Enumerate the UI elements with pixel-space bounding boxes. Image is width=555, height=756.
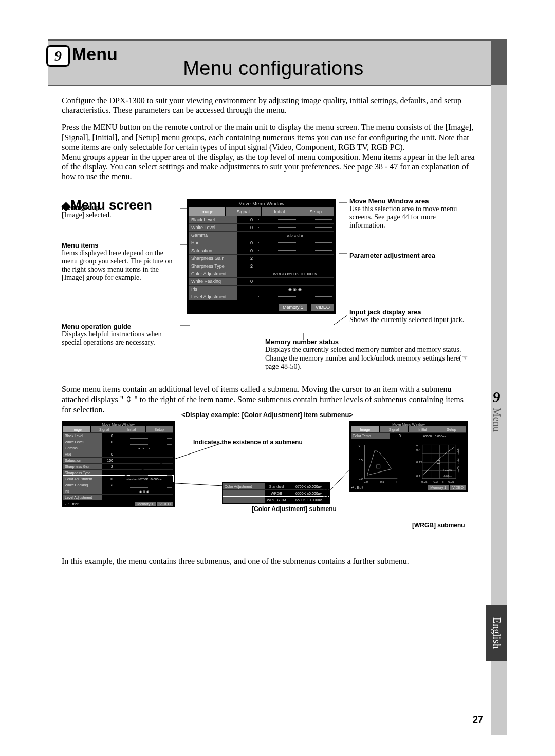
osd-row-value: 0 — [237, 279, 256, 284]
mini-left-row[interactable]: White Level0 — [63, 439, 173, 445]
mini-right-tab-signal[interactable]: Signal — [380, 426, 409, 432]
mini-left-row-value: 0 — [102, 452, 115, 456]
mini-left-row-label: White Level — [63, 439, 102, 445]
mini-left-row-label: Sharpness Gain — [63, 464, 102, 469]
osd-row-color-adjustment[interactable]: Color AdjustmentWRGB 6500K ±0.000uv — [189, 270, 334, 277]
mini-left-row[interactable]: Black Level0 — [63, 432, 173, 439]
osd-row-black-level[interactable]: Black Level0 — [189, 216, 334, 223]
osd-row-iris[interactable]: Iris◉ ◉ ◉ — [189, 285, 334, 293]
osd-row-hue[interactable]: Hue0 — [189, 239, 334, 247]
mini-left-row-value: 2 — [102, 465, 115, 468]
side-chapter-tab: 9 Menu — [486, 386, 507, 438]
mini-left-input-chip[interactable]: VIDEO — [157, 502, 173, 506]
mini-right-header-label: Color Temp. — [351, 433, 390, 439]
osd-row-slider[interactable] — [256, 218, 334, 222]
annot-param-area: Parameter adjustment area — [349, 252, 468, 259]
mini-left-tab-initial[interactable]: Initial — [118, 426, 146, 432]
osd-row-sharpness-type[interactable]: Sharpness Type2 — [189, 262, 334, 270]
annot-op-guide: Menu operation guide Displays helpful in… — [62, 323, 180, 347]
osd-row-value: 0 — [237, 217, 256, 222]
mini-right-memory-chip[interactable]: Memory 1 — [428, 485, 449, 490]
osd-memory-chip[interactable]: Memory 1 — [279, 304, 307, 311]
osd-tab-signal[interactable]: Signal — [226, 207, 262, 216]
sub-osd-row[interactable]: WRGBYCM6500K ±0.000uv — [223, 496, 329, 503]
sub-osd-row-label — [223, 490, 265, 496]
osd-row-sharpness-gain[interactable]: Sharpness Gain2 — [189, 254, 334, 262]
mini-left-row[interactable]: Hue0 — [63, 451, 173, 457]
osd-tab-image[interactable]: Image — [189, 207, 226, 216]
mini-left-row[interactable]: Level Adjustment — [63, 494, 173, 500]
mini-right-header-extra: 6500K ±0.005uv — [403, 434, 466, 438]
mini-left-row[interactable]: White Peaking0 — [63, 482, 173, 488]
osd-row-slider[interactable] — [256, 241, 334, 245]
mini-left-row-label: Saturation — [63, 458, 102, 463]
page-number: 27 — [473, 714, 483, 725]
osd-tab-setup[interactable]: Setup — [298, 207, 335, 216]
mini-right-tab-initial[interactable]: Initial — [409, 426, 437, 432]
svg-line-39 — [328, 468, 350, 493]
svg-text:0.0: 0.0 — [359, 477, 363, 480]
osd-row-slider[interactable] — [256, 225, 334, 230]
osd-row-slider[interactable] — [256, 295, 334, 299]
mini-right-input-chip[interactable]: VIDEO — [450, 485, 466, 490]
osd-row-label: Saturation — [189, 247, 237, 254]
osd-row-white-peaking[interactable]: White Peaking0 — [189, 277, 334, 285]
sub-osd-row-v2: 6500K ±0.000uv — [288, 498, 329, 502]
mini-left-mmw: Move Menu Window — [63, 423, 173, 426]
osd-row-label: Gamma — [189, 232, 237, 239]
svg-text:0.0: 0.0 — [364, 480, 368, 483]
mini-left-row[interactable]: Sharpness Type — [63, 469, 173, 476]
mini-right-header-row[interactable]: Color Temp. 0 6500K ±0.005uv — [351, 432, 466, 439]
svg-text:-0.02uv: -0.02uv — [443, 475, 452, 478]
mini-left-tab-image[interactable]: Image — [63, 426, 91, 432]
intro-paragraph-3: Menu groups appear in the upper area of … — [62, 152, 483, 182]
mini-left-row[interactable]: Gammaa b c d e — [63, 445, 173, 451]
mini-left-memory-chip[interactable]: Memory 1 — [135, 502, 156, 506]
sub-osd-row-v1: WRGB — [265, 492, 288, 495]
osd-row-slider[interactable] — [256, 279, 334, 284]
mini-right-tab-image[interactable]: Image — [351, 426, 380, 432]
sub-osd-row-label: Color Adjustment — [223, 483, 265, 489]
svg-text:5000: 5000 — [456, 466, 459, 474]
mini-left-row[interactable]: Saturation100 — [63, 457, 173, 463]
osd-row-value: 2 — [237, 256, 256, 261]
annot-indicates-submenu: Indicates the existence of a submenu — [193, 439, 342, 446]
mini-left-row[interactable]: Color Adjustment⇕standard 6700K ±0.000uv — [63, 476, 173, 482]
mini-right-header-val: 0 — [390, 434, 403, 438]
chapter-banner: 9 Menu Menu configurations — [48, 39, 498, 86]
osd-row-slider[interactable] — [256, 264, 334, 268]
svg-text:0.5: 0.5 — [359, 459, 363, 462]
svg-text:0.3: 0.3 — [434, 480, 438, 483]
mini-right-tab-setup[interactable]: Setup — [437, 426, 466, 432]
banner-title: Menu configurations — [48, 58, 498, 80]
osd-row-value: 0 — [237, 225, 256, 230]
mini-left-tab-signal[interactable]: Signal — [91, 426, 119, 432]
annot-menu-items: Menu items Items displayed here depend o… — [62, 241, 180, 282]
osd-row-label: Color Adjustment — [189, 270, 237, 277]
svg-text:+0.02uv: +0.02uv — [443, 468, 453, 471]
osd-row-slider[interactable] — [256, 256, 334, 260]
osd-row-level-adjustment[interactable]: Level Adjustment — [189, 293, 334, 300]
sub-osd-row[interactable]: Color AdjustmentStandard6700K ±0.000uv — [223, 483, 329, 489]
osd-tab-initial[interactable]: Initial — [262, 207, 298, 216]
mini-left-row-label: Level Adjustment — [63, 495, 102, 500]
osd-row-label: Sharpness Gain — [189, 255, 237, 262]
sub-osd-row-v1: Standard — [265, 485, 288, 488]
svg-text:y: y — [359, 444, 360, 447]
mini-left-tab-setup[interactable]: Setup — [146, 426, 174, 432]
osd-row-saturation[interactable]: Saturation0 — [189, 247, 334, 254]
mini-left-row[interactable]: Sharpness Gain2 — [63, 463, 173, 469]
osd-row-white-level[interactable]: White Level0 — [189, 223, 334, 231]
sub-osd-row[interactable]: WRGB6500K ±0.000uv — [223, 489, 329, 496]
mini-left-row-value: 0 — [102, 434, 115, 438]
annot-wrgb-submenu: [WRGB] submenu — [412, 522, 465, 529]
mini-left-row-label: Hue — [63, 451, 102, 457]
wrgb-graph-right: y 0.4 0.35 0.3 0.25 0.3 x 0.35 7000 6000… — [416, 441, 459, 484]
wrgb-graph-left: y 0.5 0.0 0.0 0.5 x — [358, 441, 401, 484]
osd-row-gamma[interactable]: Gammaa b c d e — [189, 231, 334, 239]
mini-left-row[interactable]: Iris◉ ◉ ◉ — [63, 488, 173, 494]
osd-input-chip[interactable]: VIDEO — [311, 304, 334, 311]
svg-text:0.35: 0.35 — [448, 480, 454, 483]
osd-row-slider[interactable] — [256, 249, 334, 253]
annot-mmw-area: Move Menu Window area Use this selection… — [349, 197, 468, 230]
